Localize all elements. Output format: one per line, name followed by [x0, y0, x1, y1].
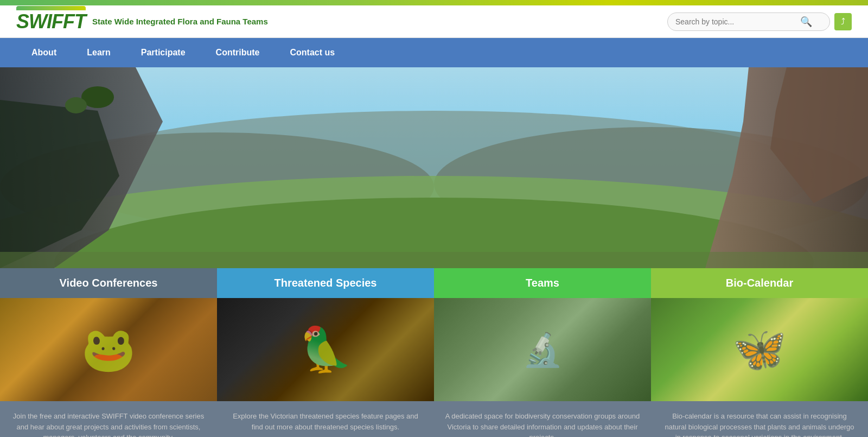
search-input[interactable] — [675, 17, 800, 26]
site-tagline: State Wide Integrated Flora and Fauna Te… — [92, 17, 268, 26]
top-decorative-bar — [0, 0, 868, 5]
card-bio-calendar-image — [651, 298, 868, 401]
logo-area: SWIFFT State Wide Integrated Flora and F… — [16, 10, 268, 33]
card-bio-calendar-header[interactable]: Bio-Calendar — [651, 268, 868, 298]
card-video-conferences-text: Join the free and interactive SWIFFT vid… — [0, 401, 217, 437]
svg-rect-12 — [0, 252, 868, 268]
header-right: 🔍 ⤴ — [667, 12, 852, 31]
search-button[interactable]: 🔍 — [800, 16, 812, 28]
share-button[interactable]: ⤴ — [834, 13, 852, 30]
nav-item-participate[interactable]: Participate — [126, 38, 201, 67]
main-navbar: About Learn Participate Contribute Conta… — [0, 38, 868, 67]
svg-point-11 — [65, 97, 87, 113]
share-icon: ⤴ — [841, 17, 845, 27]
card-threatened-species-header[interactable]: Threatened Species — [217, 268, 434, 298]
search-bar: 🔍 — [667, 12, 830, 31]
card-threatened-species: Threatened Species Explore the Victorian… — [217, 268, 434, 437]
bird-image — [217, 298, 434, 401]
nav-item-about[interactable]: About — [16, 38, 72, 67]
card-bio-calendar: Bio-Calendar Bio-calendar is a resource … — [651, 268, 868, 437]
hero-banner — [0, 67, 868, 268]
card-video-conferences-header[interactable]: Video Conferences — [0, 268, 217, 298]
frog-image — [0, 298, 217, 401]
nav-item-contribute[interactable]: Contribute — [201, 38, 275, 67]
card-teams-header[interactable]: Teams — [434, 268, 651, 298]
card-video-conferences-image — [0, 298, 217, 401]
card-threatened-species-text: Explore the Victorian threatened species… — [217, 401, 434, 437]
nav-item-contact[interactable]: Contact us — [275, 38, 350, 67]
feature-cards: Video Conferences Join the free and inte… — [0, 268, 868, 437]
card-video-conferences: Video Conferences Join the free and inte… — [0, 268, 217, 437]
butterfly-image — [651, 298, 868, 401]
card-bio-calendar-text: Bio-calendar is a resource that can assi… — [651, 401, 868, 437]
site-header: SWIFFT State Wide Integrated Flora and F… — [0, 5, 868, 38]
nav-item-learn[interactable]: Learn — [72, 38, 126, 67]
card-threatened-species-image — [217, 298, 434, 401]
site-logo: SWIFFT — [16, 10, 86, 33]
card-teams-text: A dedicated space for biodiversity conse… — [434, 401, 651, 437]
card-teams-image — [434, 298, 651, 401]
card-teams: Teams A dedicated space for biodiversity… — [434, 268, 651, 437]
fieldwork-image — [434, 298, 651, 401]
